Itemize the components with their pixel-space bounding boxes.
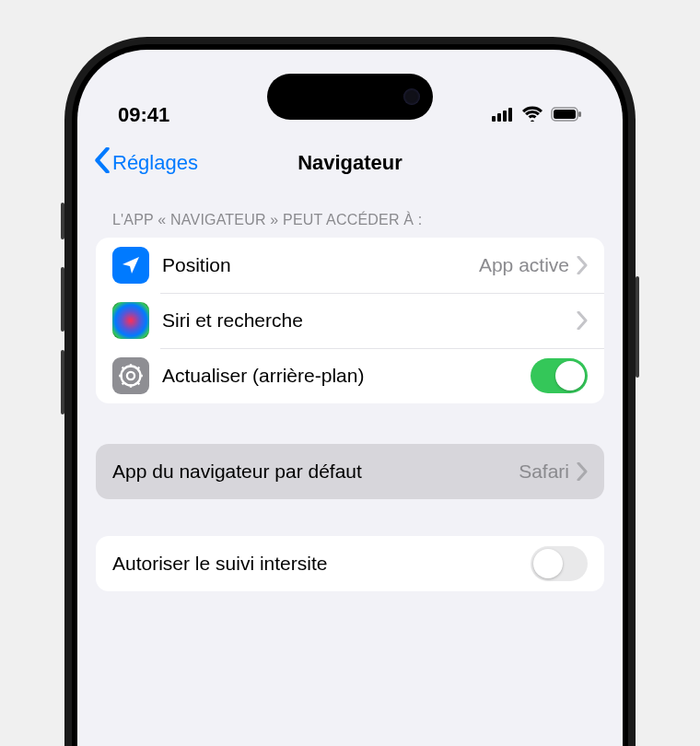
chevron-right-icon [577, 462, 588, 481]
row-siri[interactable]: Siri et recherche [96, 293, 604, 348]
row-background-refresh: Actualiser (arrière-plan) [96, 348, 604, 403]
dynamic-island [267, 74, 433, 120]
group-default-browser: App du navigateur par défaut Safari [96, 444, 604, 499]
group-cross-site: Autoriser le suivi intersite [96, 536, 604, 591]
gear-icon [112, 357, 149, 394]
svg-rect-0 [492, 116, 496, 122]
svg-rect-6 [578, 111, 581, 117]
cellular-icon [492, 103, 514, 127]
chevron-left-icon [94, 147, 111, 179]
row-default-browser[interactable]: App du navigateur par défaut Safari [96, 444, 604, 499]
row-label: App du navigateur par défaut [112, 460, 519, 483]
location-icon [112, 247, 149, 284]
toggle-cross-site-tracking[interactable] [531, 546, 588, 581]
screen: 09:41 [77, 50, 623, 746]
svg-line-15 [122, 382, 124, 384]
back-button[interactable]: Réglages [94, 147, 198, 179]
front-camera [403, 88, 420, 105]
status-time: 09:41 [118, 103, 169, 127]
svg-line-16 [137, 367, 139, 369]
svg-line-14 [137, 382, 139, 384]
svg-rect-3 [508, 108, 512, 122]
chevron-right-icon [577, 256, 588, 274]
phone-frame: 09:41 [64, 37, 636, 746]
side-button-volume-down [61, 350, 64, 414]
side-button-power [636, 276, 639, 378]
wifi-icon [521, 103, 543, 127]
row-label: Actualiser (arrière-plan) [162, 365, 531, 387]
row-label: Position [162, 254, 479, 276]
back-label: Réglages [112, 151, 198, 175]
row-value: Safari [519, 460, 569, 483]
page-title: Navigateur [298, 151, 402, 175]
battery-icon [551, 103, 582, 127]
row-label: Autoriser le suivi intersite [112, 553, 531, 575]
group-access: Position App active Siri et recherche [96, 238, 604, 403]
svg-rect-1 [497, 113, 501, 122]
svg-line-13 [122, 367, 124, 369]
svg-rect-2 [503, 111, 507, 122]
row-cross-site-tracking: Autoriser le suivi intersite [96, 536, 604, 591]
toggle-background-refresh[interactable] [531, 358, 588, 393]
chevron-right-icon [577, 311, 588, 330]
svg-point-8 [127, 372, 134, 379]
side-button-volume-up [61, 267, 64, 332]
side-button-silence [61, 203, 64, 239]
svg-rect-5 [554, 110, 576, 119]
navigation-bar: Réglages Navigateur [77, 138, 623, 188]
siri-icon [112, 302, 149, 339]
row-label: Siri et recherche [162, 309, 577, 332]
row-value: App active [479, 254, 569, 276]
section-header-access: L'APP « NAVIGATEUR » PEUT ACCÉDER À : [96, 188, 604, 238]
row-location[interactable]: Position App active [96, 238, 604, 293]
